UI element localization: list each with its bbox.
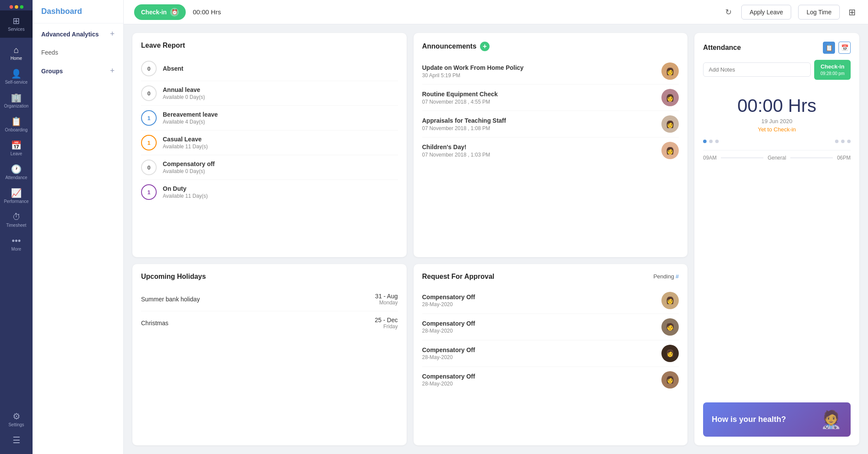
leave-badge-onduty: 1: [141, 184, 157, 200]
checkin-circle-icon: ⏰: [170, 8, 179, 16]
attendance-grid-icon[interactable]: 📅: [838, 42, 851, 54]
att-timeline-line: [721, 157, 763, 158]
sidebar-item-home[interactable]: ⌂ Home: [0, 41, 33, 65]
pending-hash[interactable]: #: [676, 273, 679, 280]
sidebar-item-organization[interactable]: 🏢 Organization: [0, 89, 33, 113]
attendance-date: 19 Jun 2020: [703, 118, 851, 124]
announce-date-4: 07 November 2018 , 1:03 PM: [422, 152, 490, 158]
list-item: Routine Equipment Check 07 November 2018…: [422, 85, 679, 111]
holiday-day-1: Monday: [375, 300, 398, 306]
nav-advanced-analytics[interactable]: Advanced Analytics +: [33, 23, 123, 45]
att-dot-2: [709, 140, 713, 143]
nav-groups-plus[interactable]: +: [110, 66, 115, 75]
attendance-notes-input[interactable]: [703, 62, 811, 77]
att-checkin-time: 09:28:00 pm: [820, 71, 845, 76]
sidebar-item-services[interactable]: ⊞ Services: [0, 10, 33, 38]
leave-report-list: 0 Absent 0 Annual leave Available 0 Day(…: [141, 56, 398, 204]
approval-name-2: Compensatory Off: [422, 320, 475, 327]
leave-compensatory-name: Compensatory off: [163, 160, 215, 167]
approval-list: Compensatory Off 28-May-2020 👩 Compensat…: [422, 287, 679, 393]
window-dot-red: [10, 5, 13, 9]
announce-name-3: Appraisals for Teaching Staff: [422, 117, 506, 124]
refresh-button[interactable]: ↻: [723, 5, 734, 20]
att-dot-4: [835, 140, 838, 143]
sidebar-item-more[interactable]: ••• More: [0, 232, 33, 256]
list-item: Children's Day! 07 November 2018 , 1:03 …: [422, 137, 679, 163]
list-item: Christmas 25 - Dec Friday: [141, 311, 398, 335]
list-item: Compensatory Off 28-May-2020 👩: [422, 340, 679, 367]
sidebar-item-performance[interactable]: 📈 Performance: [0, 184, 33, 208]
announcements-title: Announcements: [422, 42, 477, 50]
avatar: 👩: [661, 292, 679, 309]
leave-badge-compensatory: 0: [141, 160, 157, 175]
sidebar-icons: ⊞ Services ⌂ Home 👤 Self-service 🏢 Organ…: [0, 0, 33, 454]
announce-date-1: 30 April 5:19 PM: [422, 72, 524, 78]
list-item: 1 On Duty Available 11 Day(s): [141, 180, 398, 204]
more-icon: •••: [12, 236, 21, 245]
health-banner[interactable]: How is your health? 🧑‍⚕️: [703, 402, 851, 437]
sidebar-item-leave[interactable]: 📅 Leave: [0, 137, 33, 160]
att-start-time: 09AM: [703, 155, 717, 161]
avatar: 👩: [661, 371, 679, 389]
nav-panel: Dashboard Advanced Analytics + Feeds Gro…: [33, 0, 124, 454]
sidebar-item-self-service[interactable]: 👤 Self-service: [0, 65, 33, 89]
health-banner-text: How is your health?: [712, 415, 786, 424]
approval-card: Request For Approval Pending # Compensat…: [414, 264, 688, 446]
leave-report-title: Leave Report: [141, 42, 398, 49]
att-timeline-line-2: [790, 157, 832, 158]
sidebar-item-attendance[interactable]: 🕐 Attendance: [0, 160, 33, 184]
att-dot-3: [715, 140, 719, 143]
approval-date-2: 28-May-2020: [422, 328, 475, 334]
sidebar-services-label: Services: [8, 27, 24, 32]
approval-date-1: 28-May-2020: [422, 301, 475, 307]
list-item: 1 Bereavement leave Available 4 Day(s): [141, 106, 398, 131]
checkin-button[interactable]: Check-in ⏰: [134, 4, 186, 20]
attendance-title: Attendance: [703, 44, 741, 52]
performance-icon: 📈: [11, 189, 22, 197]
sidebar-onboarding-label: Onboarding: [5, 127, 27, 132]
sidebar-item-onboarding[interactable]: 📋 Onboarding: [0, 113, 33, 137]
sidebar-item-timesheet[interactable]: ⏱ Timesheet: [0, 208, 33, 232]
avatar: 🧑: [661, 318, 679, 336]
attendance-icon: 🕐: [11, 165, 22, 173]
nav-groups[interactable]: Groups +: [33, 60, 123, 82]
attendance-checkin-button[interactable]: Check-in 09:28:00 pm: [814, 60, 851, 80]
approval-name-4: Compensatory Off: [422, 373, 475, 380]
self-service-icon: 👤: [11, 69, 22, 78]
leave-annual-name: Annual leave: [163, 86, 205, 93]
leave-badge-casual: 1: [141, 135, 157, 150]
list-item: Compensatory Off 28-May-2020 🧑: [422, 314, 679, 340]
leave-casual-name: Casual Leave: [163, 136, 208, 143]
topbar-time: 00:00 Hrs: [193, 8, 221, 16]
grid-view-button[interactable]: ⊞: [847, 5, 858, 19]
sidebar-item-settings[interactable]: ⚙ Settings: [0, 408, 33, 431]
announce-date-2: 07 November 2018 , 4:55 PM: [422, 99, 498, 105]
log-time-button[interactable]: Log Time: [798, 5, 840, 20]
approval-name-3: Compensatory Off: [422, 346, 475, 353]
announce-date-3: 07 November 2018 , 1:08 PM: [422, 125, 506, 131]
sidebar-more-label: More: [11, 247, 21, 251]
pending-label: Pending #: [653, 273, 679, 280]
dashboard-grid: Leave Report 0 Absent 0 Annual leave Ava…: [124, 24, 868, 454]
avatar: 👩: [661, 142, 679, 159]
sidebar-organization-label: Organization: [4, 104, 29, 108]
leave-annual-avail: Available 0 Day(s): [163, 94, 205, 100]
sidebar-item-hamburger[interactable]: ☰: [0, 431, 33, 449]
announcements-add-button[interactable]: +: [480, 42, 490, 51]
leave-onduty-avail: Available 11 Day(s): [163, 193, 208, 199]
apply-leave-button[interactable]: Apply Leave: [741, 5, 791, 20]
att-checkin-label: Check-in: [821, 63, 845, 70]
pending-text: Pending: [653, 273, 674, 280]
nav-feeds[interactable]: Feeds: [33, 45, 123, 60]
avatar: 👩: [661, 62, 679, 80]
nav-groups-label: Groups: [41, 68, 63, 75]
window-dot-green: [20, 5, 23, 9]
attendance-status: Yet to Check-in: [703, 126, 851, 133]
attendance-calendar-icon[interactable]: 📋: [823, 42, 835, 54]
leave-casual-avail: Available 11 Day(s): [163, 144, 208, 150]
nav-advanced-analytics-plus[interactable]: +: [110, 29, 115, 39]
list-item: Appraisals for Teaching Staff 07 Novembe…: [422, 111, 679, 137]
nav-dashboard-label[interactable]: Dashboard: [33, 0, 123, 23]
health-banner-icon: 🧑‍⚕️: [820, 409, 842, 430]
approval-date-3: 28-May-2020: [422, 354, 475, 360]
